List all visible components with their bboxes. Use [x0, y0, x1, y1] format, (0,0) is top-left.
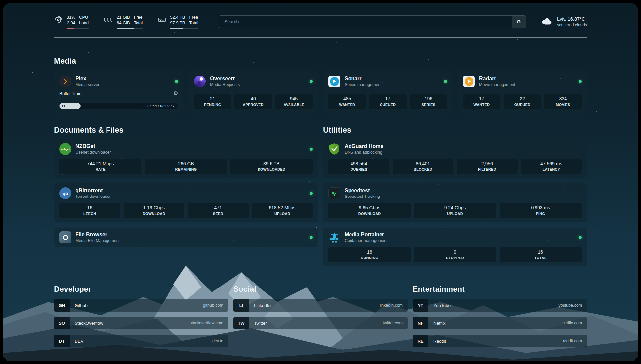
- stat-tile: 0 STOPPED: [414, 247, 496, 262]
- bookmark-name: YouTube: [433, 303, 451, 308]
- stat-tile: 39.6 TB DOWNLOADED: [230, 159, 313, 174]
- stat-value: 9.24 Gbps: [415, 205, 495, 211]
- stat-tile: 2,956 FILTERED: [457, 159, 518, 174]
- nzbget-card-title: NZBGet: [76, 143, 111, 149]
- bookmark-stackoverflow[interactable]: SO StackOverflow stackoverflow.com: [54, 317, 228, 329]
- bookmark-name: Twitter: [254, 321, 267, 326]
- stat-value: 47.569 ms: [522, 161, 581, 167]
- nzbget-icon: nzbget: [59, 143, 71, 155]
- adguard-card[interactable]: AdGuard Home DNS and adblocking 498,564 …: [323, 139, 587, 178]
- stackoverflow-icon: SO: [54, 317, 70, 329]
- media-section-title: Media: [54, 57, 587, 66]
- stat-tile: 17 QUEUED: [369, 94, 406, 109]
- speedtest-card[interactable]: Speedtest Speedtest Tracking 9.65 Gbps D…: [323, 183, 587, 222]
- sonarr-card[interactable]: Sonarr Series management 485 WANTED 17 Q…: [323, 71, 452, 114]
- portainer-card[interactable]: Media Portainer Container management 16 …: [323, 228, 587, 266]
- ram-free-value: 21 GiB: [117, 15, 130, 20]
- stat-tile: 196 SERIES: [410, 94, 447, 109]
- stat-label: QUEUED: [370, 103, 405, 107]
- stat-tile: 9.24 Gbps UPLOAD: [414, 203, 496, 218]
- stat-tile: 1.19 Gbps DOWNLOAD: [124, 203, 185, 218]
- stat-value: 17: [370, 96, 405, 102]
- disk-total-value: 97.9 TB: [170, 20, 185, 26]
- playback-progress-bar[interactable]: 24:44 / 02:06:47: [59, 103, 178, 109]
- stat-value: 16: [330, 249, 409, 255]
- qbittorrent-card-title: qBittorrent: [76, 188, 111, 194]
- utilities-section-title: Utilities: [323, 126, 587, 135]
- stat-value: 1.19 Gbps: [125, 205, 183, 211]
- twitter-icon: TW: [233, 317, 249, 329]
- cpu-progress-fill: [67, 28, 74, 29]
- weather-location: Lviv, 16.87°C: [557, 16, 587, 22]
- overseerr-card[interactable]: Overseerr Media Requests 21 PENDING 40 A…: [189, 71, 318, 114]
- ram-total-value: 64 GiB: [117, 20, 130, 26]
- filebrowser-card[interactable]: File Browser Media File Management: [54, 228, 318, 247]
- gear-icon[interactable]: ⚙: [173, 91, 178, 96]
- stat-tile: 47.569 ms LATENCY: [521, 159, 582, 174]
- plex-card[interactable]: Plex Media server Bullet Train ⚙ 24:44: [54, 71, 183, 114]
- stat-label: REMAINING: [146, 167, 226, 172]
- weather-condition: scattered clouds: [557, 23, 587, 27]
- search-engine-button[interactable]: G: [512, 16, 526, 28]
- bookmark-url: reddit.com: [563, 339, 587, 343]
- stat-tile: 498,564 QUERIES: [328, 159, 389, 174]
- search-input[interactable]: [219, 16, 512, 28]
- sonarr-icon: [328, 76, 340, 87]
- stat-value: 266 GB: [146, 161, 226, 167]
- radarr-card[interactable]: Radarr Movie management 17 WANTED 22 QUE…: [458, 71, 587, 114]
- radarr-card-subtitle: Movie management: [479, 82, 515, 87]
- stat-value: 618.52 Mbps: [253, 205, 312, 211]
- bookmark-url: youtube.com: [558, 303, 587, 308]
- stat-label: RUNNING: [330, 256, 409, 260]
- stat-label: AVAILABLE: [277, 103, 311, 107]
- stat-label: WANTED: [464, 103, 499, 107]
- stat-value: 22: [505, 96, 539, 102]
- nzbget-card[interactable]: nzbget NZBGet Usenet downloader 744.21 M…: [54, 139, 318, 178]
- bookmark-linkedin[interactable]: LI LinkedIn linkedin.com: [233, 299, 408, 312]
- stat-tile: 9.65 Gbps DOWNLOAD: [328, 203, 411, 218]
- bookmark-name: Reddit: [433, 339, 446, 344]
- dashboard-frame: 31% CPU 2.94 Load: [3, 3, 638, 361]
- stat-value: 16: [61, 205, 119, 211]
- dev-icon: DT: [54, 335, 70, 347]
- cloud-icon: [540, 17, 552, 27]
- cpu-load-label: Load: [79, 20, 89, 26]
- developer-section-title: Developer: [54, 285, 228, 294]
- stat-label: FILTERED: [458, 167, 516, 172]
- qbittorrent-card[interactable]: qb qBittorrent Torrent downloader 16 LEE…: [54, 183, 318, 222]
- adguard-card-subtitle: DNS and adblocking: [345, 150, 383, 155]
- stat-label: DOWNLOAD: [125, 212, 183, 216]
- bookmark-dev[interactable]: DT DEV dev.to: [54, 335, 228, 347]
- bookmark-url: dev.to: [212, 339, 228, 343]
- stat-value: 39.6 TB: [232, 161, 311, 167]
- stat-value: 2,956: [458, 161, 516, 167]
- stat-label: LATENCY: [522, 167, 581, 172]
- bookmark-name: Netflix: [433, 321, 446, 326]
- stat-value: 945: [277, 96, 311, 102]
- stat-tile: 17 WANTED: [463, 94, 500, 109]
- filebrowser-status-online-dot: [310, 236, 313, 239]
- bookmark-twitter[interactable]: TW Twitter twitter.com: [233, 317, 408, 329]
- stat-tile: 16 LEECH: [59, 203, 120, 218]
- stat-label: SERIES: [411, 103, 446, 107]
- stat-label: QUERIES: [330, 167, 388, 172]
- stat-value: 0.993 ms: [501, 205, 580, 211]
- bookmark-github[interactable]: GH Github github.com: [54, 299, 228, 312]
- bookmark-reddit[interactable]: RE Reddit reddit.com: [413, 335, 587, 347]
- bookmark-youtube[interactable]: YT YouTube youtube.com: [413, 299, 587, 312]
- bookmark-netflix[interactable]: NF Netflix netflix.com: [413, 317, 587, 329]
- pause-icon[interactable]: [62, 105, 65, 107]
- stat-tile: 22 QUEUED: [504, 94, 541, 109]
- search-bar[interactable]: G: [219, 15, 526, 28]
- netflix-icon: NF: [413, 317, 428, 329]
- stat-label: UPLOAD: [253, 212, 312, 216]
- sonarr-card-title: Sonarr: [345, 76, 382, 82]
- stat-tile: 16 TOTAL: [500, 247, 582, 262]
- stat-label: UPLOAD: [415, 212, 495, 216]
- stat-label: MOVIES: [546, 103, 580, 107]
- radarr-status-online-dot: [579, 80, 582, 83]
- section-documents: Documents & Files nzbget NZBGet Usenet d…: [54, 126, 318, 266]
- speedtest-card-title: Speedtest: [345, 188, 380, 194]
- overseerr-card-title: Overseerr: [210, 76, 240, 82]
- cpu-progress-track: [67, 28, 89, 29]
